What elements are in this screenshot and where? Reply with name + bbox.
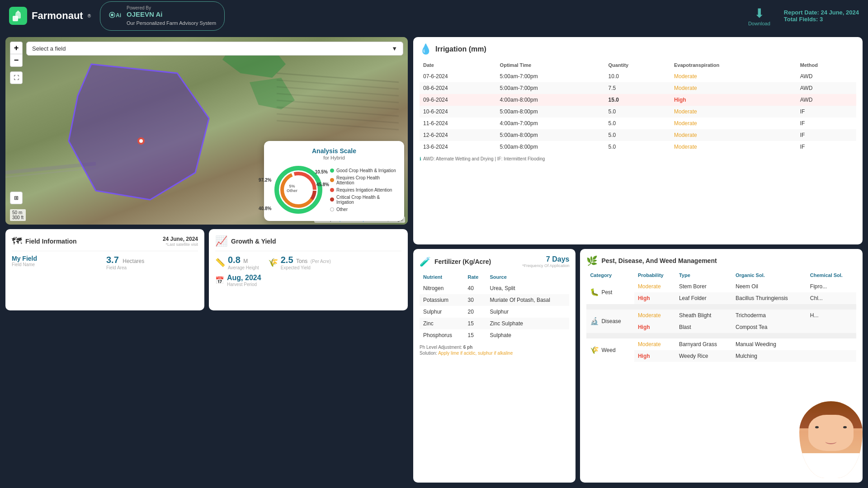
fertilizer-row: Sulphur 20 Sulphur [420,306,569,318]
right-column: 💧 Irrigation (mm) Date Optimal Time Quan… [413,37,863,483]
cell-organic: Trichoderma [732,310,807,321]
jeevn-subtitle: Our Personalized Farm Advisory System [127,20,216,26]
bottom-row: 🗺 Field Information 24 June, 2024 *Last … [5,229,408,310]
svg-marker-2 [15,10,21,13]
irrigation-header-row: Date Optimal Time Quantity Evapotranspir… [420,60,856,70]
cell-source: Urea, Split [486,282,570,294]
cell-qty: 5.0 [605,117,670,129]
cell-chemical [807,321,856,333]
pct-5-label: 5%Other [287,184,297,193]
growth-icon: 📈 [215,235,227,247]
legend-label-5: Other [336,207,348,212]
cell-organic: Manual Weeding [732,338,807,350]
cell-organic: Mulching [732,350,807,362]
yield-values: 2.5 Tons (Per Acre) Expected Yield [281,255,331,270]
analysis-title: Analysis Scale [271,147,397,155]
field-info-date: 24 June, 2024 [163,236,198,242]
pct-10: 10.5% [315,169,328,174]
cell-time: 5:00am-7:00pm [496,82,605,94]
legend-dot-3 [330,188,334,192]
ai-avatar [795,401,867,487]
svg-point-4 [111,14,113,16]
jeevn-icon: Ai [108,10,123,22]
cell-prob: High [634,350,675,362]
fertilizer-title: Fertilizer (Kg/Acre) [434,258,491,265]
pest-row: 🌾 Weed Moderate Barnyard Grass Manual We… [586,338,856,350]
irrigation-body: 07-6-2024 5:00am-7:00pm 10.0 Moderate AW… [420,70,856,153]
map-container[interactable]: + − ⛶ ⊞ Select a field ▼ 50 m 300 ft [5,37,408,225]
farmonaut-logo-icon [9,7,27,25]
cell-organic: Bacillus Thuringiensis [732,292,807,304]
pest-table: Category Probability Type Organic Sol. C… [586,270,856,362]
bottom-right-row: 🧪 Fertilizer (Kg/Acre) 7 Days *Frequency… [413,249,863,483]
cell-type: Leaf Folder [675,292,732,304]
growth-header: 📈 Growth & Yield [215,235,401,247]
legend-label-4: Critical Crop Health & Irrigation [336,195,397,205]
irrigation-row: 07-6-2024 5:00am-7:00pm 10.0 Moderate AW… [420,70,856,82]
download-icon: ⬇ [748,6,770,21]
field-select-dropdown[interactable]: Select a field ▼ [26,42,403,56]
note-icon: ℹ [420,156,421,161]
pct-45: 45.8% [316,182,329,187]
harvest-label: Harvest Period [227,282,261,287]
fullscreen-button[interactable]: ⛶ [10,71,23,84]
dropdown-arrow-icon: ▼ [392,45,397,52]
report-date: Report Date: 24 June, 2024 [784,9,859,16]
solution-label: Solution: [420,351,437,356]
ph-label: Ph Level Adjustment: [420,345,462,350]
field-select-label: Select a field [32,45,66,52]
zoom-out-button[interactable]: − [10,54,23,67]
col-category: Category [586,270,634,281]
field-name-value: My Field [12,255,104,262]
cell-et: Moderate [670,129,797,141]
field-info-header: 🗺 Field Information 24 June, 2024 *Last … [12,235,198,247]
cell-qty: 5.0 [605,129,670,141]
legend-dot-2 [330,178,334,182]
cell-nutrient: Nitrogen [420,282,464,294]
cell-et: Moderate [670,106,797,117]
cell-date: 12-6-2024 [420,129,496,141]
cell-type: Weedy Rice [675,350,732,362]
cell-prob: Moderate [634,281,675,292]
field-area-label: Field Area [106,265,198,270]
layers-button[interactable]: ⊞ [10,192,23,204]
legend-item-4: Critical Crop Health & Irrigation [330,195,397,205]
avatar-shirt [799,453,863,478]
pest-row: 🐛 Pest Moderate Stem Borer Neem Oil Fipr… [586,281,856,292]
cell-chemical: Chl... [807,292,856,304]
fertilizer-table: Nutrient Rate Source Nitrogen 40 Urea, S… [420,272,569,341]
pest-header: 🌿 Pest, Disease, And Weed Management [586,255,856,266]
cell-method: IF [797,129,856,141]
header: Farmonaut® Ai Powered By OJEEVN Ai Our P… [0,0,868,32]
analysis-scale-card: Analysis Scale for Hybrid [264,141,404,221]
fertilizer-header-row: Nutrient Rate Source [420,272,569,282]
freq-area: 7 Days *Frequency Of Application [522,255,569,268]
field-polygon [69,64,209,200]
divider-1 [12,251,198,251]
irrigation-row: 12-6-2024 5:00am-8:00pm 5.0 Moderate IF [420,129,856,141]
harvest-icon: 📅 [215,276,224,285]
cell-date: 07-6-2024 [420,70,496,82]
field-marker-inner [139,139,143,143]
report-info: Report Date: 24 June, 2024 Total Fields:… [784,9,859,23]
pct-40: 40.8% [259,206,271,211]
cell-et: Moderate [670,117,797,129]
field-area-num: 3.7 [106,255,119,265]
fertilizer-body: Nitrogen 40 Urea, Split Potassium 30 Mur… [420,282,569,341]
download-button[interactable]: ⬇ Download [748,6,770,26]
cell-method: IF [797,106,856,117]
legend-dot-1 [330,169,334,173]
irrigation-icon: 💧 [420,43,432,55]
legend-label-3: Requires Irrigation Attention [336,188,392,192]
jeevn-text: Powered By OJEEVN Ai Our Personalized Fa… [127,5,216,27]
cell-type: Blast [675,321,732,333]
fertilizer-icon: 🧪 [420,256,431,267]
height-num: 0.8 [228,255,241,265]
cell-type: Stem Borer [675,281,732,292]
solution-text[interactable]: Apply lime if acidic, sulphur if alkalin… [438,351,513,356]
field-info-date-area: 24 June, 2024 *Last satellite visit [163,236,198,247]
cell-time: 5:00am-8:00pm [496,106,605,117]
avatar-eye-left [815,426,819,428]
zoom-in-button[interactable]: + [10,42,23,54]
growth-stats-row: 📏 0.8 M Average Height 🌾 [215,255,401,270]
